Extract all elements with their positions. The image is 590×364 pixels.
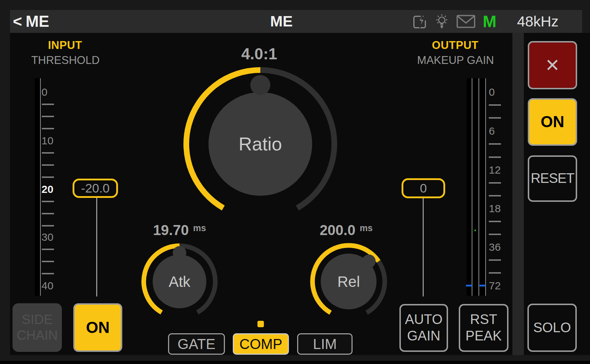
- attack-value: 19.70ms: [122, 222, 237, 238]
- meter-scale-label: 12: [489, 164, 501, 176]
- makeup-gain-value-box[interactable]: 0: [402, 178, 445, 198]
- meter-scale-label: 6: [489, 125, 495, 137]
- meter-tick: [42, 104, 54, 105]
- message-icon[interactable]: [456, 14, 476, 29]
- output-subheading: MAKEUP GAIN: [417, 54, 494, 67]
- input-meter-edge: [40, 78, 41, 296]
- snapshot-icon[interactable]: [410, 13, 428, 30]
- meter-scale-label: 40: [41, 280, 53, 292]
- dynamics-screen: < ME ME M: [0, 0, 590, 364]
- makeup-gain-value: 0: [420, 181, 427, 195]
- threshold-value-box[interactable]: -20.0: [73, 179, 118, 198]
- bottom-edge: [0, 361, 590, 364]
- meter-tick: [489, 259, 501, 261]
- back-button[interactable]: < ME: [13, 10, 49, 33]
- mode-button-gate[interactable]: GATE: [168, 333, 225, 355]
- meter-scale-label: 0: [489, 86, 495, 98]
- output-heading: OUTPUT: [432, 39, 478, 52]
- threshold-value: -20.0: [81, 181, 110, 195]
- meter-tick: [42, 116, 54, 117]
- meter-tick: [489, 117, 501, 119]
- status-icon-row: M: [410, 10, 496, 33]
- meter-tick: [42, 128, 54, 129]
- output-meter-bar: [480, 78, 485, 296]
- solo-button[interactable]: SOLO: [527, 304, 577, 352]
- back-label: ME: [26, 13, 49, 30]
- meter-tick: [42, 152, 54, 154]
- threshold-on-button[interactable]: ON: [73, 303, 122, 352]
- threshold-slider-track[interactable]: [96, 198, 97, 296]
- meter-tick: [489, 156, 501, 158]
- meter-scale-label: 18: [489, 203, 501, 215]
- meter-scale-label: 20: [41, 183, 53, 195]
- channel-on-button[interactable]: ON: [528, 98, 577, 146]
- output-meter-bar: [467, 78, 472, 296]
- meter-tick: [42, 164, 54, 166]
- close-button[interactable]: ✕: [528, 41, 577, 89]
- sample-rate: 48kHz: [509, 10, 566, 33]
- input-heading: INPUT: [48, 39, 82, 52]
- signal-dot: [475, 230, 476, 231]
- output-meter-bar: [473, 78, 478, 296]
- output-meter-edge: [478, 78, 479, 296]
- ratio-knob-label: Ratio: [239, 133, 282, 155]
- meter-scale-label: 0: [41, 86, 48, 98]
- mode-button-lim[interactable]: LIM: [297, 333, 353, 355]
- mono-badge: M: [483, 12, 496, 31]
- meter-tick: [489, 234, 501, 235]
- input-subheading: THRESHOLD: [31, 54, 99, 67]
- meter-tick: [42, 225, 54, 226]
- meter-tick: [42, 249, 54, 250]
- peak-hold-indicator: [466, 285, 472, 286]
- makeup-gain-slider-track[interactable]: [423, 198, 424, 296]
- meter-scale-label: 72: [489, 280, 501, 292]
- mode-button-comp[interactable]: COMP: [233, 333, 289, 355]
- release-value: 200.0ms: [289, 222, 403, 238]
- meter-tick: [42, 176, 54, 178]
- meter-tick: [489, 182, 501, 184]
- lightbulb-icon[interactable]: [433, 13, 451, 30]
- meter-scale-label: 30: [41, 231, 53, 243]
- peak-hold-indicator: [480, 285, 486, 286]
- meter-tick: [489, 221, 501, 222]
- meter-tick: [42, 261, 54, 262]
- auto-gain-button[interactable]: AUTO GAIN: [399, 304, 448, 352]
- reset-button[interactable]: RESET: [528, 155, 577, 202]
- meter-tick: [489, 272, 501, 274]
- back-arrow-icon: <: [13, 13, 22, 30]
- release-knob-label: Rel: [337, 273, 360, 290]
- meter-tick: [489, 104, 501, 106]
- active-mode-indicator: [257, 321, 264, 327]
- panel-divider: [512, 33, 524, 355]
- meter-scale-label: 10: [41, 135, 53, 147]
- input-meter-bar: [35, 78, 40, 296]
- meter-tick: [42, 213, 54, 214]
- meter-tick: [42, 201, 54, 202]
- output-meter-edge: [472, 78, 472, 296]
- rst-peak-button[interactable]: RST PEAK: [459, 304, 508, 352]
- meter-tick: [489, 195, 501, 196]
- meter-tick: [489, 143, 501, 145]
- close-icon: ✕: [545, 55, 560, 76]
- meter-tick: [42, 273, 54, 274]
- page-title: ME: [270, 10, 293, 33]
- side-chain-button[interactable]: SIDE CHAIN: [13, 303, 62, 352]
- output-meter-edge: [485, 78, 486, 296]
- meter-scale-label: 36: [489, 241, 501, 253]
- ratio-value: 4.0:1: [202, 45, 316, 63]
- attack-knob-label: Atk: [169, 273, 191, 290]
